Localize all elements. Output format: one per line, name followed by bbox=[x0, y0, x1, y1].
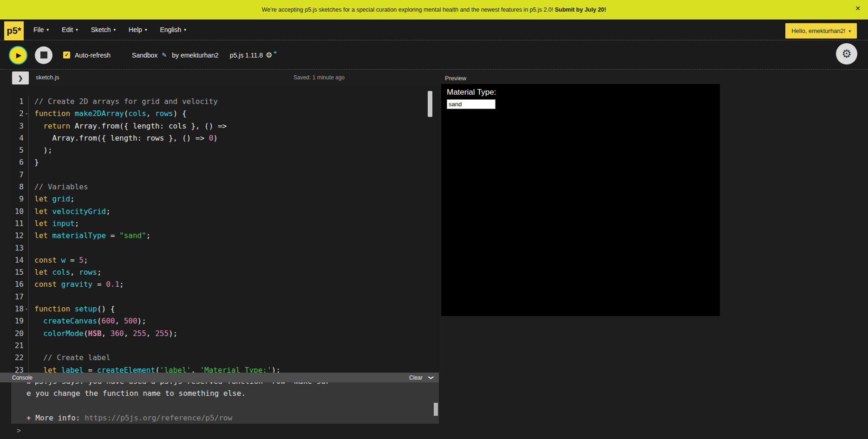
line-number: 23 bbox=[11, 364, 29, 373]
code-text: let grid; bbox=[29, 193, 75, 205]
console-line: ✿p5.js says: you have used a p5.js reser… bbox=[26, 382, 428, 387]
sketch-canvas[interactable]: Material Type: bbox=[441, 84, 720, 316]
fold-arrow-icon[interactable]: ▾ bbox=[26, 303, 28, 315]
preview-pane: Preview Material Type: bbox=[439, 70, 868, 439]
edit-pencil-icon[interactable]: ✎ bbox=[162, 52, 167, 58]
code-line[interactable]: 14const w = 5; bbox=[11, 254, 439, 266]
menu-label: English bbox=[160, 26, 181, 33]
code-line[interactable]: 17 bbox=[11, 291, 439, 303]
code-text: ); bbox=[29, 144, 52, 156]
code-line[interactable]: 8// Variables bbox=[11, 181, 439, 193]
caret-down-icon: ▾ bbox=[848, 29, 851, 33]
menu-english[interactable]: English▾ bbox=[153, 19, 192, 40]
banner-cta-link[interactable]: Submit by July 20! bbox=[555, 6, 606, 13]
line-number: 3 bbox=[11, 120, 29, 132]
menu-edit[interactable]: Edit▾ bbox=[55, 19, 85, 40]
main-content: ❯ sketch.js Saved: 1 minute ago 1// Crea… bbox=[0, 70, 868, 439]
code-line[interactable]: 10let velocityGrid; bbox=[11, 206, 439, 218]
code-text: let velocityGrid; bbox=[29, 206, 111, 218]
code-line[interactable]: 2▾function make2DArray(cols, rows) { bbox=[11, 108, 439, 120]
fold-arrow-icon[interactable]: ▾ bbox=[26, 108, 28, 120]
code-text: } bbox=[29, 156, 39, 168]
code-line[interactable]: 11let input; bbox=[11, 218, 439, 230]
flower-icon: ✿ bbox=[26, 382, 31, 386]
code-line[interactable]: 6} bbox=[11, 156, 439, 168]
code-line[interactable]: 7 bbox=[11, 169, 439, 181]
code-line[interactable]: 1// Create 2D arrays for grid and veloci… bbox=[11, 96, 439, 108]
material-type-label: Material Type: bbox=[447, 88, 496, 97]
console-line bbox=[26, 400, 428, 412]
console-scrollbar[interactable] bbox=[434, 403, 438, 416]
code-line[interactable]: 4 Array.from({ length: rows }, () => 0) bbox=[11, 132, 439, 144]
code-lines: 1// Create 2D arrays for grid and veloci… bbox=[11, 96, 439, 373]
line-number: 5 bbox=[11, 144, 29, 156]
version-gear-icon[interactable]: ⚙ bbox=[266, 51, 272, 59]
line-number: 14 bbox=[11, 254, 29, 266]
menu-file[interactable]: File▾ bbox=[27, 19, 55, 40]
code-line[interactable]: 16const gravity = 0.1; bbox=[11, 278, 439, 291]
code-text: const w = 5; bbox=[29, 254, 88, 266]
toolbar: ▶ ✓ Auto-refresh Sandbox ✎ by emekturhan… bbox=[0, 41, 868, 70]
p5-version-label[interactable]: p5.js 1.11.8 bbox=[230, 52, 263, 59]
code-text: let cols, rows; bbox=[29, 266, 102, 278]
code-text: let materialType = "sand"; bbox=[29, 230, 150, 242]
close-icon[interactable]: ✕ bbox=[855, 5, 861, 12]
editor-tabbar: ❯ sketch.js Saved: 1 minute ago bbox=[0, 70, 439, 86]
code-line[interactable]: 22 // Create label bbox=[11, 352, 439, 364]
stop-button[interactable] bbox=[35, 46, 52, 64]
autorefresh-checkbox[interactable]: ✓ bbox=[63, 52, 70, 58]
code-text: // Create label bbox=[29, 352, 111, 364]
code-text: createCanvas(600, 500); bbox=[29, 315, 146, 327]
chevron-down-icon[interactable]: ❯ bbox=[428, 375, 434, 380]
prompt-chevron-icon: > bbox=[17, 426, 21, 435]
editor-scrollbar[interactable] bbox=[428, 91, 432, 117]
code-line[interactable]: 13 bbox=[11, 242, 439, 254]
menu-label: Sketch bbox=[91, 26, 111, 33]
caret-down-icon: ▾ bbox=[184, 27, 186, 32]
saved-status: Saved: 1 minute ago bbox=[273, 74, 365, 81]
caret-down-icon: ▾ bbox=[114, 27, 116, 32]
stop-icon bbox=[40, 52, 47, 58]
code-line[interactable]: 3 return Array.from({ length: cols }, ()… bbox=[11, 120, 439, 132]
p5-logo[interactable]: p5* bbox=[4, 21, 24, 40]
line-number: 18▾ bbox=[11, 303, 29, 315]
menu-label: File bbox=[33, 26, 44, 33]
line-number: 12 bbox=[11, 230, 29, 242]
preferences-button[interactable]: ⚙ bbox=[836, 43, 857, 65]
menu-help[interactable]: Help▾ bbox=[122, 19, 153, 40]
announcement-banner: We're accepting p5.js sketches for a spe… bbox=[0, 0, 868, 19]
line-number: 20 bbox=[11, 328, 29, 340]
menu-sketch[interactable]: Sketch▾ bbox=[85, 19, 122, 40]
sidebar-expander-button[interactable]: ❯ bbox=[12, 71, 29, 84]
console-header: Console Clear ❯ bbox=[0, 373, 439, 382]
play-button[interactable]: ▶ bbox=[9, 46, 27, 65]
project-name[interactable]: Sandbox bbox=[132, 52, 157, 59]
preview-title: Preview bbox=[445, 75, 466, 82]
code-editor[interactable]: 1// Create 2D arrays for grid and veloci… bbox=[11, 86, 439, 373]
console-link[interactable]: https://p5js.org/reference/p5/row bbox=[85, 413, 232, 422]
banner-message: We're accepting p5.js sketches for a spe… bbox=[262, 6, 555, 13]
tab-sketch-js[interactable]: sketch.js bbox=[36, 74, 59, 81]
line-number: 21 bbox=[11, 340, 29, 352]
account-menu-button[interactable]: Hello, emekturhan2! ▾ bbox=[785, 23, 857, 39]
console-prompt[interactable]: > bbox=[11, 424, 439, 439]
code-line[interactable]: 19 createCanvas(600, 500); bbox=[11, 315, 439, 327]
line-number: 6 bbox=[11, 156, 29, 168]
code-line[interactable]: 9let grid; bbox=[11, 193, 439, 205]
code-text: return Array.from({ length: cols }, () =… bbox=[29, 120, 227, 132]
code-line[interactable]: 21 bbox=[11, 340, 439, 352]
code-line[interactable]: 23 let label = createElement('label', 'M… bbox=[11, 364, 439, 373]
console-clear-button[interactable]: Clear bbox=[409, 374, 423, 381]
line-number: 7 bbox=[11, 169, 29, 181]
gear-icon: ⚙ bbox=[842, 47, 852, 60]
material-type-input[interactable] bbox=[447, 99, 496, 109]
code-line[interactable]: 12let materialType = "sand"; bbox=[11, 230, 439, 242]
menu-label: Help bbox=[129, 26, 142, 33]
code-line[interactable]: 15let cols, rows; bbox=[11, 266, 439, 278]
console-output[interactable]: ✿p5.js says: you have used a p5.js reser… bbox=[11, 382, 439, 424]
console-line: + More info: https://p5js.org/reference/… bbox=[26, 412, 428, 424]
code-line[interactable]: 18▾function setup() { bbox=[11, 303, 439, 315]
code-line[interactable]: 20 colorMode(HSB, 360, 255, 255); bbox=[11, 328, 439, 340]
code-text bbox=[29, 242, 34, 254]
code-line[interactable]: 5 ); bbox=[11, 144, 439, 156]
